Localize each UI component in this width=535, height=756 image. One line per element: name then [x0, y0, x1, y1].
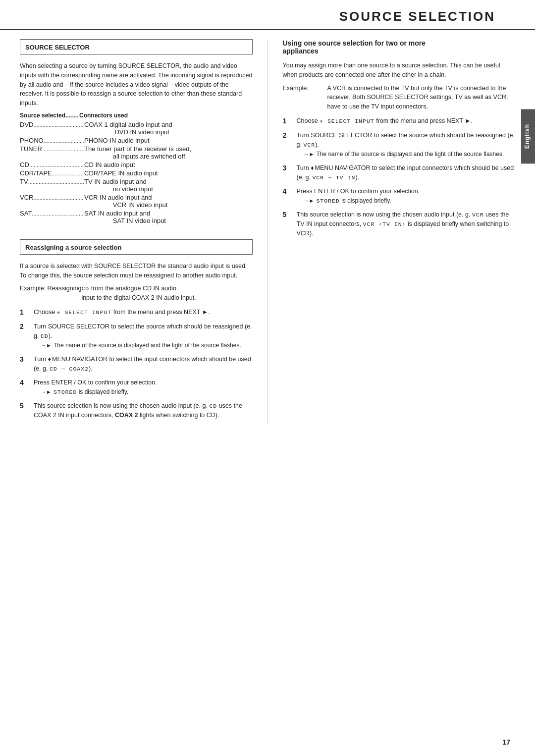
table-header: Source selected........ Connectors used — [20, 112, 253, 119]
left-step-3-content: Turn MENU NAVIGATOR to select the input … — [34, 355, 253, 374]
reassign-title: Reassigning a source selection — [25, 244, 247, 251]
reassign-example-label: Example: Reassigning — [20, 284, 81, 303]
table-row-sat: SAT SAT IN audio input and SAT IN video … — [20, 210, 253, 224]
table-row-tv: TV TV IN audio input and no video input — [20, 178, 253, 193]
source-selector-intro: When selecting a source by turning SOURC… — [20, 61, 253, 108]
left-step-2-num: 2 — [20, 322, 32, 332]
src-sat: SAT — [20, 210, 84, 217]
left-step-3: 3 Turn MENU NAVIGATOR to select the inpu… — [20, 355, 253, 374]
rstep2-src: VCR — [303, 142, 315, 148]
right-step-2-sub: The name of the source is displayed and … — [297, 150, 516, 159]
right-step-3-num: 3 — [283, 163, 295, 173]
table-row-dvd: DVD COAX 1 digital audio input and DVD I… — [20, 121, 253, 136]
using-title: Using one source selection for two or mo… — [283, 39, 516, 55]
page-number: 17 — [502, 738, 510, 746]
left-step-1-content: Choose ✳ SELECT INPUT from the menu and … — [34, 308, 253, 317]
src-phono-conn: PHONO IN audio input — [84, 137, 150, 144]
right-step-4-num: 4 — [283, 187, 295, 197]
left-step-5-content: This source selection is now using the c… — [34, 401, 253, 420]
table-row-vcr: VCR VCR IN audio input and VCR IN video … — [20, 194, 253, 209]
table-row-tuner: TUNER The tuner part of the receiver is … — [20, 145, 253, 160]
step5-coax: COAX 2 — [115, 412, 138, 419]
src-sat-conn: SAT IN audio input and SAT IN video inpu… — [84, 210, 166, 224]
col-header-source: Source selected........ — [20, 112, 79, 119]
left-step-1: 1 Choose ✳ SELECT INPUT from the menu an… — [20, 308, 253, 318]
right-step-5: 5 This source selection is now using the… — [283, 210, 516, 238]
right-step-1: 1 Choose ✳ SELECT INPUT from the menu an… — [283, 116, 516, 126]
reassign-intro: If a source is selected with SOURCE SELE… — [20, 262, 253, 280]
nav-arrow-icon-l3 — [48, 356, 52, 363]
right-step-3: 3 Turn MENU NAVIGATOR to select the inpu… — [283, 163, 516, 182]
left-steps: 1 Choose ✳ SELECT INPUT from the menu an… — [20, 308, 253, 420]
page-title-bar: SOURCE SELECTION — [0, 0, 535, 30]
left-step-4-sub: STORED is displayed briefly. — [34, 387, 253, 396]
right-step-5-num: 5 — [283, 210, 295, 220]
src-tuner-conn: The tuner part of the receiver is used, … — [84, 145, 191, 160]
table-row-phono: PHONO PHONO IN audio input — [20, 137, 253, 144]
src-cdrtape-conn: CDR/TAPE IN audio input — [84, 169, 158, 177]
src-tuner: TUNER — [20, 145, 84, 153]
right-step-3-content: Turn MENU NAVIGATOR to select the input … — [297, 163, 516, 182]
rstep3-conn: VCR → TV IN — [312, 174, 355, 181]
src-cd-conn: CD IN audio input — [84, 161, 135, 168]
rstep4-stored: STORED — [316, 198, 339, 204]
reassign-example: Example: Reassigning CD from the analogu… — [20, 284, 253, 303]
src-dvd: DVD — [20, 121, 84, 128]
col-header-connectors: Connectors used — [79, 112, 128, 119]
step1-cmd: ✳ SELECT INPUT — [57, 309, 112, 316]
rstep5-vcr2: VCR ‹TV IN› — [363, 221, 406, 227]
left-step-2: 2 Turn SOURCE SELECTOR to select the sou… — [20, 322, 253, 350]
english-tab: English — [521, 109, 535, 163]
left-step-4-content: Press ENTER / OK to confirm your selecti… — [34, 378, 253, 396]
src-cd: CD — [20, 161, 84, 168]
right-step-2: 2 Turn SOURCE SELECTOR to select the sou… — [283, 131, 516, 159]
step2-src: CD — [41, 333, 49, 339]
left-step-4: 4 Press ENTER / OK to confirm your selec… — [20, 378, 253, 396]
right-step-1-content: Choose ✳ SELECT INPUT from the menu and … — [297, 116, 516, 126]
right-step-5-content: This source selection is now using the c… — [297, 210, 516, 238]
right-steps: 1 Choose ✳ SELECT INPUT from the menu an… — [283, 116, 516, 238]
step5-src: CD — [209, 403, 217, 409]
reassign-example-text: CD from the analogue CD IN audio input t… — [81, 284, 252, 303]
right-step-1-num: 1 — [283, 116, 295, 126]
step4-stored: STORED — [54, 389, 77, 395]
right-step-2-num: 2 — [283, 131, 295, 141]
src-tv-conn: TV IN audio input and no video input — [84, 178, 153, 193]
using-title-line1: Using one source selection for two or mo… — [283, 39, 426, 47]
source-table: Source selected........ Connectors used … — [20, 112, 253, 224]
left-step-5: 5 This source selection is now using the… — [20, 401, 253, 420]
table-row-cd: CD CD IN audio input — [20, 161, 253, 168]
reassign-box: Reassigning a source selection — [20, 239, 253, 255]
left-step-4-num: 4 — [20, 378, 32, 388]
src-vcr: VCR — [20, 194, 84, 201]
src-tv: TV — [20, 178, 84, 185]
left-step-3-num: 3 — [20, 355, 32, 365]
src-phono: PHONO — [20, 137, 84, 144]
using-title-line2: appliances — [283, 47, 319, 55]
step3-conn: CD → COAX2 — [50, 366, 89, 372]
using-example-label: Example: — [283, 84, 327, 111]
using-title-block: Using one source selection for two or mo… — [283, 39, 516, 55]
source-selector-box: SOURCE SELECTOR — [20, 39, 253, 54]
using-intro: You may assign more than one source to a… — [283, 61, 516, 80]
right-step-4: 4 Press ENTER / OK to confirm your selec… — [283, 187, 516, 205]
src-vcr-conn: VCR IN audio input and VCR IN video inpu… — [84, 194, 167, 209]
left-column: SOURCE SELECTOR When selecting a source … — [20, 39, 268, 425]
left-step-1-num: 1 — [20, 308, 32, 318]
content-area: SOURCE SELECTOR When selecting a source … — [0, 39, 535, 435]
source-selector-title: SOURCE SELECTOR — [25, 44, 247, 51]
rstep1-cmd: ✳ SELECT INPUT — [320, 118, 374, 124]
using-example: Example: A VCR is connected to the TV bu… — [283, 84, 516, 111]
nav-arrow-icon-r3 — [311, 164, 315, 171]
right-step-4-content: Press ENTER / OK to confirm your selecti… — [297, 187, 516, 205]
left-step-5-num: 5 — [20, 401, 32, 411]
rstep5-vcr: VCR — [472, 212, 484, 218]
left-step-2-sub: The name of the source is displayed and … — [34, 341, 253, 350]
right-column: Using one source selection for two or mo… — [268, 39, 516, 425]
using-example-text: A VCR is connected to the TV but only th… — [327, 84, 516, 111]
table-row-cdrtape: CDR/TAPE CDR/TAPE IN audio input — [20, 169, 253, 177]
left-step-2-content: Turn SOURCE SELECTOR to select the sourc… — [34, 322, 253, 350]
cd-mono: CD — [81, 285, 89, 292]
src-dvd-conn: COAX 1 digital audio input and DVD IN vi… — [84, 121, 172, 136]
right-step-2-content: Turn SOURCE SELECTOR to select the sourc… — [297, 131, 516, 159]
